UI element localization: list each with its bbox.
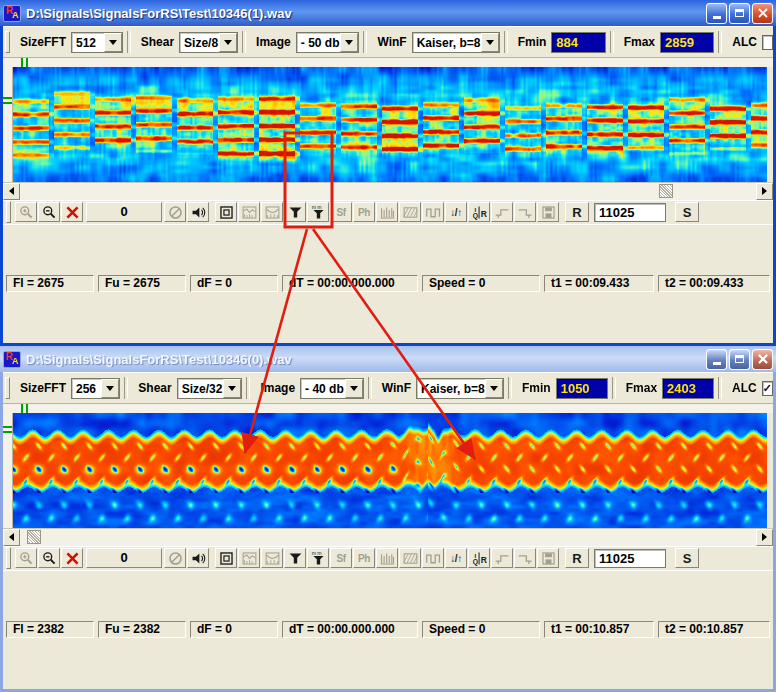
r-button[interactable]: R bbox=[565, 202, 589, 222]
alc-checkbox[interactable] bbox=[762, 35, 773, 50]
chevron-down-icon[interactable] bbox=[481, 33, 499, 52]
status-fl: Fl = 2382 bbox=[6, 621, 94, 638]
sizefft-value[interactable]: 256 bbox=[72, 379, 101, 398]
phase-ph-button: Ph bbox=[353, 202, 375, 222]
chevron-down-icon[interactable] bbox=[104, 33, 122, 52]
titlebar-buttons bbox=[706, 349, 773, 370]
save-button bbox=[537, 202, 559, 222]
scrollbar-thumb[interactable] bbox=[659, 184, 673, 198]
erase-marks-button[interactable] bbox=[61, 202, 83, 222]
titlebar[interactable]: R A D:\Signals\SignalsForRS\Test\10346(1… bbox=[0, 0, 776, 26]
iq-r-button[interactable]: IQR bbox=[468, 202, 490, 222]
filter-mm-button[interactable]: m m bbox=[307, 548, 329, 568]
zoom-out-button[interactable] bbox=[38, 548, 60, 568]
right-filler bbox=[767, 413, 773, 528]
scrollbar-track[interactable] bbox=[20, 529, 756, 546]
chevron-down-icon[interactable] bbox=[223, 379, 241, 398]
winf-value[interactable]: Kaiser, b=8 bbox=[413, 33, 481, 52]
sample-rate-field[interactable]: 11025 bbox=[594, 549, 666, 568]
tools-toolbar: 0m mSfPh↓/↑IQRR11025S bbox=[3, 200, 773, 224]
frame-button[interactable] bbox=[215, 202, 237, 222]
chevron-down-icon[interactable] bbox=[101, 379, 119, 398]
shear-value[interactable]: Size/8 bbox=[180, 33, 219, 52]
horizontal-scrollbar[interactable] bbox=[3, 182, 773, 200]
separator bbox=[718, 377, 722, 399]
toolbar-grip[interactable] bbox=[5, 31, 10, 53]
erase-marks-button[interactable] bbox=[61, 548, 83, 568]
image-combobox[interactable]: - 50 db bbox=[296, 32, 360, 53]
comb-button bbox=[376, 202, 398, 222]
winf-combobox[interactable]: Kaiser, b=8 bbox=[416, 378, 504, 399]
image-label: Image bbox=[260, 381, 295, 395]
updown-arrows-button[interactable]: ↓/↑ bbox=[445, 202, 467, 222]
minimize-button[interactable] bbox=[706, 3, 727, 24]
sample-rate-field[interactable]: 11025 bbox=[594, 203, 666, 222]
winf-value[interactable]: Kaiser, b=8 bbox=[417, 379, 485, 398]
frame-button[interactable] bbox=[215, 548, 237, 568]
chevron-down-icon[interactable] bbox=[219, 33, 237, 52]
statusbar: Fl = 2675 Fu = 2675 dF = 0 dT = 00:00.00… bbox=[3, 224, 773, 344]
sizefft-combobox[interactable]: 512 bbox=[71, 32, 123, 53]
s-button[interactable]: S bbox=[675, 548, 699, 568]
updown-arrows-button[interactable]: ↓/↑ bbox=[445, 548, 467, 568]
sound-button[interactable] bbox=[187, 202, 209, 222]
scroll-right-button[interactable] bbox=[756, 183, 773, 200]
maximize-button[interactable] bbox=[729, 349, 750, 370]
shear-combobox[interactable]: Size/8 bbox=[179, 32, 238, 53]
toolbar-grip[interactable] bbox=[5, 377, 10, 399]
horizontal-scrollbar[interactable] bbox=[3, 528, 773, 546]
chevron-down-icon[interactable] bbox=[485, 379, 503, 398]
sizefft-value[interactable]: 512 bbox=[72, 33, 104, 52]
scroll-left-button[interactable] bbox=[3, 183, 20, 200]
scrollbar-track[interactable] bbox=[20, 183, 756, 200]
maximize-button[interactable] bbox=[729, 3, 750, 24]
alc-checkbox[interactable]: ✓ bbox=[762, 381, 773, 396]
iq-r-button[interactable]: IQR bbox=[468, 548, 490, 568]
sizefft-combobox[interactable]: 256 bbox=[71, 378, 120, 399]
titlebar[interactable]: R A D:\Signals\SignalsForRS\Test\10346(0… bbox=[0, 346, 776, 372]
fmin-field[interactable]: 884 bbox=[551, 32, 605, 53]
fmax-field[interactable]: 2859 bbox=[660, 32, 714, 53]
fmax-field[interactable]: 2403 bbox=[662, 378, 714, 399]
image-combobox[interactable]: - 40 db bbox=[300, 378, 364, 399]
left-arrow-icon bbox=[9, 187, 14, 195]
filter-mm-button[interactable]: m m bbox=[307, 202, 329, 222]
shear-label: Shear bbox=[141, 35, 174, 49]
left-arrow-icon bbox=[9, 533, 14, 541]
spectrogram-area bbox=[3, 413, 773, 528]
fmin-field[interactable]: 1050 bbox=[556, 378, 608, 399]
minimize-button[interactable] bbox=[706, 349, 727, 370]
r-button[interactable]: R bbox=[565, 548, 589, 568]
shear-value[interactable]: Size/32 bbox=[178, 379, 224, 398]
checkmark-icon: ✓ bbox=[763, 383, 772, 394]
chevron-down-icon[interactable] bbox=[340, 33, 358, 52]
filter-button[interactable] bbox=[284, 548, 306, 568]
envelope-graph-button bbox=[261, 202, 283, 222]
s-button[interactable]: S bbox=[675, 202, 699, 222]
scrollbar-thumb[interactable] bbox=[27, 530, 41, 544]
fmax-label: Fmax bbox=[624, 35, 655, 49]
status-fu: Fu = 2382 bbox=[98, 621, 186, 638]
close-button[interactable] bbox=[752, 349, 773, 370]
image-value[interactable]: - 40 db bbox=[301, 379, 345, 398]
chevron-down-icon[interactable] bbox=[345, 379, 363, 398]
status-speed: Speed = 0 bbox=[422, 621, 540, 638]
toolbar-grip[interactable] bbox=[6, 201, 11, 223]
spectrogram-canvas[interactable] bbox=[13, 413, 767, 528]
image-value[interactable]: - 50 db bbox=[297, 33, 341, 52]
close-icon bbox=[758, 8, 768, 18]
zoom-out-button[interactable] bbox=[38, 202, 60, 222]
scroll-right-button[interactable] bbox=[756, 529, 773, 546]
winf-combobox[interactable]: Kaiser, b=8 bbox=[412, 32, 500, 53]
app-icon: R A bbox=[3, 5, 21, 22]
sound-button[interactable] bbox=[187, 548, 209, 568]
spectrogram-window: R A D:\Signals\SignalsForRS\Test\10346(1… bbox=[0, 0, 776, 346]
scroll-left-button[interactable] bbox=[3, 529, 20, 546]
frequency-ruler bbox=[3, 413, 13, 528]
shear-combobox[interactable]: Size/32 bbox=[177, 378, 243, 399]
filter-button[interactable] bbox=[284, 202, 306, 222]
close-button[interactable] bbox=[752, 3, 773, 24]
toolbar-grip[interactable] bbox=[6, 547, 11, 569]
save-button bbox=[537, 548, 559, 568]
spectrogram-canvas[interactable] bbox=[13, 67, 767, 182]
